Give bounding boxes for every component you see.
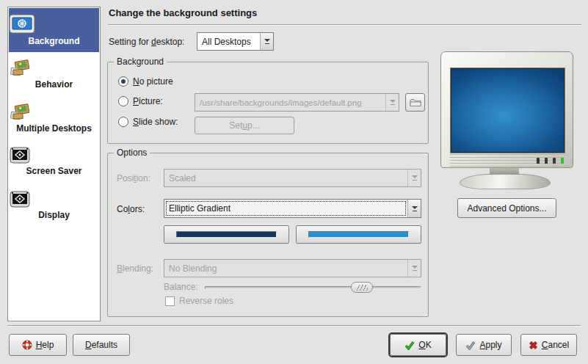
defaults-button[interactable]: Defaults xyxy=(73,334,130,356)
sidebar-item-label: Multiple Desktops xyxy=(9,123,99,134)
monitor-button xyxy=(537,158,540,164)
options-group-legend: Options xyxy=(114,148,150,158)
color1-button[interactable] xyxy=(164,225,289,244)
sidebar-item-screen-saver[interactable]: Screen Saver xyxy=(9,141,99,185)
monitor-preview xyxy=(440,51,573,168)
balance-slider-handle xyxy=(351,282,373,293)
color2-swatch xyxy=(308,231,409,238)
setup-button: Setup... xyxy=(195,117,294,134)
blending-combo: No Blending xyxy=(164,259,421,277)
apply-button-label: Apply xyxy=(479,340,501,350)
color1-swatch xyxy=(176,231,277,238)
advanced-options-label: Advanced Options... xyxy=(467,203,546,214)
options-group: Options Position: Scaled Colors: Ellipti… xyxy=(107,153,429,317)
defaults-button-label: Defaults xyxy=(85,340,117,350)
background-group: Background No picture Picture: /usr/shar… xyxy=(107,62,429,144)
picture-label[interactable]: Picture: xyxy=(133,96,163,106)
blending-label: Blending: xyxy=(117,263,153,274)
sidebar-item-label: Screen Saver xyxy=(9,166,99,176)
no-picture-label[interactable]: No picture xyxy=(133,76,173,87)
chevron-down-icon xyxy=(407,170,421,186)
sidebar-item-label: Background xyxy=(9,36,99,46)
slideshow-label[interactable]: Slide show: xyxy=(133,117,178,127)
monitor-button xyxy=(545,158,548,164)
colors-combo[interactable]: Elliptic Gradient xyxy=(164,199,421,218)
blending-value: No Blending xyxy=(164,263,407,274)
slideshow-radio[interactable] xyxy=(118,117,128,127)
cancel-x-icon xyxy=(529,341,538,350)
sidebar-item-display[interactable]: Display xyxy=(9,185,99,229)
desktop-setting-value: All Desktops xyxy=(197,37,260,47)
dark-monitor-icon xyxy=(9,191,99,208)
help-button[interactable]: Help xyxy=(9,334,67,356)
color2-button[interactable] xyxy=(296,225,421,244)
position-combo: Scaled xyxy=(164,169,421,187)
desktop-stack-icon xyxy=(9,103,99,122)
colors-value: Elliptic Gradient xyxy=(164,203,407,214)
reverse-roles-checkbox xyxy=(165,296,175,306)
chevron-down-icon xyxy=(407,260,421,277)
position-label: Position: xyxy=(117,173,150,183)
sidebar-item-behavior[interactable]: Behavior xyxy=(9,53,99,97)
dark-monitor-icon xyxy=(9,147,99,164)
chevron-down-icon xyxy=(385,94,399,111)
desktop-setting-label: Setting for desktop: xyxy=(109,37,184,47)
balance-label: Balance: xyxy=(164,282,198,292)
background-settings-dialog: Background Behavior xyxy=(0,0,588,364)
monitor-stand xyxy=(460,174,551,189)
cancel-button[interactable]: Cancel xyxy=(520,334,577,356)
kde-monitor-icon xyxy=(9,14,99,34)
sidebar-item-background[interactable]: Background xyxy=(9,8,99,52)
chevron-down-icon[interactable] xyxy=(260,33,273,50)
monitor-power-led xyxy=(561,158,564,164)
apply-button[interactable]: Apply xyxy=(456,334,512,356)
reverse-roles-label: Reverse roles xyxy=(179,296,233,306)
help-button-label: Help xyxy=(36,340,54,350)
picture-radio[interactable] xyxy=(118,96,128,106)
title-separator xyxy=(108,24,581,26)
apply-check-icon xyxy=(465,341,476,350)
sidebar-item-multiple-desktops[interactable]: Multiple Desktops xyxy=(9,97,99,141)
background-group-legend: Background xyxy=(114,57,167,67)
help-icon xyxy=(22,340,32,350)
ok-check-icon xyxy=(404,341,415,350)
desktop-stack-icon xyxy=(9,59,99,78)
ok-button[interactable]: OK xyxy=(390,334,446,356)
colors-label: Colors: xyxy=(117,204,145,214)
page-title: Change the background settings xyxy=(109,7,257,18)
folder-icon xyxy=(410,98,421,107)
setup-button-label: Setup... xyxy=(229,120,259,131)
module-sidebar: Background Behavior xyxy=(7,7,101,321)
monitor-button xyxy=(553,158,556,164)
balance-slider xyxy=(205,286,421,289)
ok-button-label: OK xyxy=(418,340,431,350)
chevron-down-icon[interactable] xyxy=(407,200,421,217)
desktop-setting-combo[interactable]: All Desktops xyxy=(197,32,274,51)
picture-path-value: /usr/share/backgrounds/images/default.pn… xyxy=(195,98,385,107)
position-value: Scaled xyxy=(164,173,407,183)
browse-folder-button xyxy=(405,93,425,112)
advanced-options-button[interactable]: Advanced Options... xyxy=(457,198,556,218)
cancel-button-label: Cancel xyxy=(542,340,569,350)
no-picture-radio[interactable] xyxy=(118,76,128,87)
sidebar-item-label: Behavior xyxy=(9,79,99,90)
footer-separator xyxy=(7,325,581,327)
monitor-screen xyxy=(450,68,565,153)
picture-path-combo: /usr/share/backgrounds/images/default.pn… xyxy=(195,93,399,112)
sidebar-item-label: Display xyxy=(9,210,99,220)
